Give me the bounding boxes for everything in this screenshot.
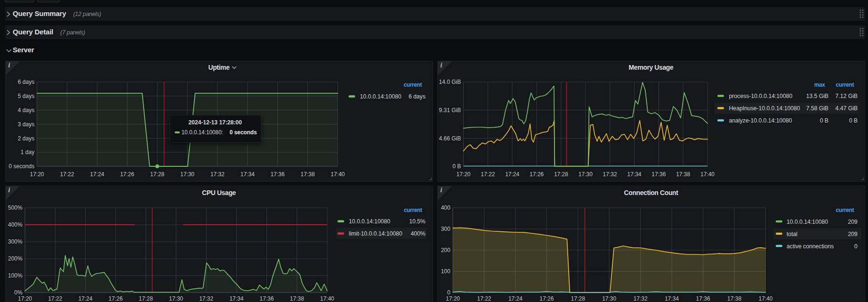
svg-text:17:38: 17:38 [727, 295, 741, 302]
svg-text:0: 0 [447, 289, 450, 296]
svg-text:17:36: 17:36 [260, 295, 274, 302]
svg-text:17:38: 17:38 [301, 171, 315, 178]
svg-text:17:20: 17:20 [18, 295, 32, 302]
svg-text:17:32: 17:32 [634, 295, 648, 302]
svg-text:200: 200 [441, 247, 450, 253]
svg-text:17:28: 17:28 [571, 295, 585, 302]
svg-text:400: 400 [441, 204, 450, 211]
svg-text:CPU Usage: CPU Usage [202, 189, 236, 196]
svg-text:17:40: 17:40 [320, 295, 334, 302]
svg-text:7.12 GiB: 7.12 GiB [836, 93, 858, 99]
svg-text:17:24: 17:24 [505, 171, 519, 178]
svg-text:6 days: 6 days [18, 79, 34, 85]
svg-text:17:36: 17:36 [696, 295, 710, 302]
svg-text:17:34: 17:34 [241, 171, 255, 178]
svg-text:1 day: 1 day [21, 149, 34, 155]
svg-text:100: 100 [441, 268, 450, 275]
svg-text:17:28: 17:28 [139, 295, 153, 302]
svg-text:0 B: 0 B [452, 163, 461, 170]
svg-text:300: 300 [441, 226, 450, 232]
svg-text:17:20: 17:20 [446, 295, 460, 302]
svg-text:17:30: 17:30 [180, 171, 194, 178]
svg-text:400%: 400% [8, 221, 23, 228]
svg-text:200%: 200% [8, 255, 23, 262]
svg-text:max: max [814, 82, 826, 88]
svg-text:2 days: 2 days [18, 135, 34, 142]
svg-text:500%: 500% [8, 204, 23, 211]
svg-text:4.47 GiB: 4.47 GiB [836, 105, 858, 112]
svg-text:17:26: 17:26 [109, 295, 123, 302]
svg-text:0%: 0% [14, 289, 23, 296]
svg-text:HeapInuse-10.0.0.14:10080: HeapInuse-10.0.0.14:10080 [729, 105, 800, 112]
svg-text:17:32: 17:32 [210, 171, 225, 178]
svg-text:17:30: 17:30 [579, 171, 593, 178]
svg-text:17:22: 17:22 [477, 295, 491, 302]
svg-text:17:30: 17:30 [602, 295, 616, 302]
svg-text:Memory Usage: Memory Usage [629, 64, 674, 71]
svg-text:400%: 400% [411, 230, 426, 237]
svg-text:17:32: 17:32 [603, 171, 617, 178]
svg-text:Connection Count: Connection Count [624, 189, 679, 196]
svg-text:active connections: active connections [787, 243, 834, 250]
svg-text:17:40: 17:40 [700, 171, 715, 178]
svg-text:17:32: 17:32 [199, 295, 213, 302]
svg-text:17:22: 17:22 [48, 295, 62, 302]
svg-text:17:22: 17:22 [481, 171, 495, 178]
svg-text:current: current [836, 207, 854, 213]
svg-text:current: current [404, 207, 422, 213]
svg-text:209: 209 [848, 231, 858, 237]
svg-text:17:34: 17:34 [229, 295, 243, 302]
svg-text:17:28: 17:28 [150, 171, 164, 178]
svg-text:limit-10.0.0.14:10080: limit-10.0.0.14:10080 [349, 230, 402, 237]
svg-text:17:34: 17:34 [627, 171, 641, 178]
svg-text:17:24: 17:24 [508, 295, 522, 302]
svg-text:17:36: 17:36 [651, 171, 666, 178]
svg-text:17:26: 17:26 [120, 171, 134, 178]
svg-text:17:22: 17:22 [60, 171, 74, 178]
svg-text:0 seconds: 0 seconds [8, 163, 34, 170]
svg-text:17:24: 17:24 [78, 295, 92, 302]
svg-text:current: current [836, 82, 854, 88]
svg-text:17:34: 17:34 [665, 295, 679, 302]
svg-text:5 days: 5 days [18, 93, 34, 99]
svg-text:10.0.0.14:10080: 10.0.0.14:10080 [787, 219, 828, 225]
svg-text:17:38: 17:38 [676, 171, 690, 178]
svg-text:process-10.0.0.14:10080: process-10.0.0.14:10080 [729, 93, 793, 99]
svg-text:17:36: 17:36 [271, 171, 285, 178]
svg-text:17:24: 17:24 [90, 171, 104, 178]
svg-text:9.31 GiB: 9.31 GiB [439, 107, 461, 114]
svg-text:17:38: 17:38 [290, 295, 304, 302]
svg-text:analyze-10.0.0.14:10080: analyze-10.0.0.14:10080 [729, 117, 792, 124]
svg-text:4.66 GiB: 4.66 GiB [439, 135, 461, 142]
svg-text:10.5%: 10.5% [409, 218, 426, 225]
svg-text:6 days: 6 days [409, 93, 426, 100]
svg-text:0 B: 0 B [820, 117, 828, 124]
svg-text:17:20: 17:20 [30, 171, 44, 178]
svg-text:17:40: 17:40 [758, 295, 772, 302]
svg-text:current: current [403, 82, 422, 88]
svg-text:13.5 GiB: 13.5 GiB [806, 93, 828, 99]
svg-text:10.0.0.14:10080: 10.0.0.14:10080 [349, 218, 390, 225]
svg-text:Uptime: Uptime [208, 64, 230, 71]
svg-text:14.0 GiB: 14.0 GiB [439, 79, 461, 85]
svg-text:3 days: 3 days [18, 121, 34, 128]
svg-text:10.0.0.14:10080: 10.0.0.14:10080 [360, 93, 402, 100]
svg-text:17:30: 17:30 [169, 295, 183, 302]
svg-text:17:40: 17:40 [330, 171, 345, 178]
svg-text:total: total [787, 231, 797, 237]
svg-text:300%: 300% [8, 238, 23, 245]
svg-text:17:28: 17:28 [554, 171, 568, 178]
svg-text:17:20: 17:20 [456, 171, 470, 178]
svg-text:17:26: 17:26 [539, 295, 554, 302]
svg-text:4 days: 4 days [18, 107, 34, 114]
svg-text:100%: 100% [8, 272, 23, 279]
svg-text:17:26: 17:26 [530, 171, 544, 178]
svg-text:0 B: 0 B [849, 117, 858, 124]
svg-text:209: 209 [848, 219, 858, 225]
svg-text:0: 0 [854, 243, 858, 250]
svg-text:7.58 GiB: 7.58 GiB [806, 105, 828, 112]
